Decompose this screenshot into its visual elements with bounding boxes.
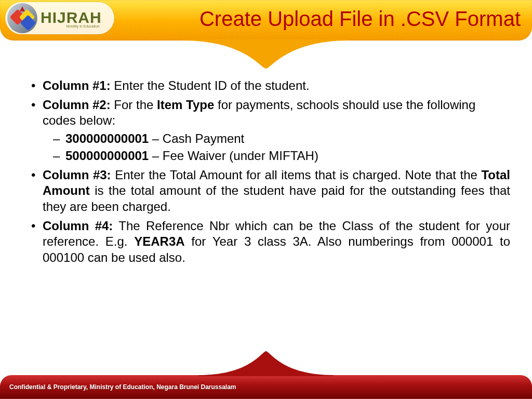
logo-tagline: Mobility in Education <box>41 24 100 28</box>
subbullet-code-2: 500000000001 – Fee Waiver (under MIFTAH) <box>65 148 510 164</box>
col3-label: Column #3: <box>43 168 111 182</box>
col4-bold: YEAR3A <box>134 234 184 248</box>
col1-text: Enter the Student ID of the student. <box>111 78 310 92</box>
bullet-column-1: Column #1: Enter the Student ID of the s… <box>43 78 510 94</box>
col3-t2: is the total amount of the student have … <box>43 183 510 214</box>
header-pointer-icon <box>183 39 349 72</box>
logo-text: HIJRAH <box>41 9 102 26</box>
code2: 500000000001 <box>65 149 149 163</box>
bullet-column-3: Column #3: Enter the Total Amount for al… <box>43 167 510 215</box>
subbullet-code-1: 300000000001 – Cash Payment <box>65 131 510 147</box>
code1-desc: – Cash Payment <box>149 131 244 145</box>
bullet-column-2: Column #2: For the Item Type for payment… <box>43 97 510 164</box>
col2-itemtype: Item Type <box>157 98 214 112</box>
logo: HIJRAH Mobility in Education <box>5 2 114 34</box>
col3-t1: Enter the Total Amount for all items tha… <box>111 168 482 182</box>
bullet-column-4: Column #4: The Reference Nbr which can b… <box>43 218 510 266</box>
footer-pointer-icon <box>198 349 334 376</box>
content-area: Column #1: Enter the Student ID of the s… <box>0 41 532 266</box>
col2-lead: For the <box>111 98 157 112</box>
col1-label: Column #1: <box>43 78 111 92</box>
code1: 300000000001 <box>65 131 149 145</box>
col4-label: Column #4: <box>43 219 113 233</box>
col2-label: Column #2: <box>43 98 111 112</box>
header-bar: HIJRAH Mobility in Education Create Uplo… <box>0 0 532 41</box>
slide-title: Create Upload File in .CSV Format <box>200 7 521 31</box>
footer-bar: Confidential & Proprietary, Ministry of … <box>0 375 532 399</box>
code2-desc: – Fee Waiver (under MIFTAH) <box>149 149 318 163</box>
logo-globe-icon <box>7 3 37 33</box>
footer-text: Confidential & Proprietary, Ministry of … <box>0 375 532 391</box>
